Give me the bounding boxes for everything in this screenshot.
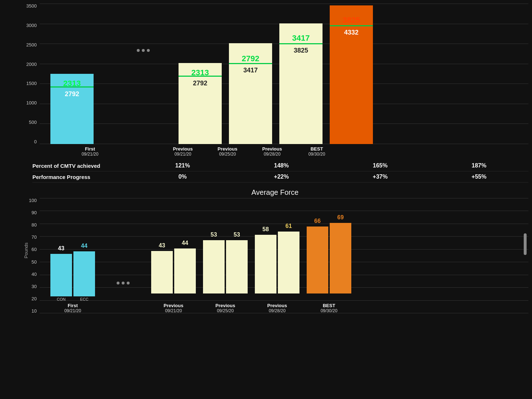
bar-value-white-prev3: 3825: [294, 47, 308, 54]
bottom-sub-labels-first: CON ECC: [50, 297, 95, 301]
y-label-100: 100: [29, 198, 37, 203]
green-line-best: [330, 25, 373, 26]
bottom-col-label-prev2: Previous 09/25/20: [216, 303, 235, 313]
y-label-1500: 1500: [26, 81, 37, 86]
bar-value-white-best: 4332: [344, 29, 359, 36]
y-label-70: 70: [32, 235, 37, 239]
bar-value-white-prev2: 3417: [243, 67, 258, 74]
bar-first: 2313 2792: [50, 74, 94, 144]
bar-value-orange-best: 3825: [343, 15, 360, 25]
col-label-first: First 09/21/20: [68, 146, 112, 157]
bottom-col-sub-prev3: 09/28/20: [267, 308, 287, 313]
sub-label-con: CON: [50, 297, 72, 301]
y-label-10: 10: [32, 309, 37, 313]
bottom-col-main-prev2: Previous: [216, 303, 235, 308]
scrollbar-indicator[interactable]: [524, 233, 527, 255]
bottom-bars-container: 43 44 CON ECC First 09/21/20: [40, 198, 528, 313]
bar-val-con-prev3: 58: [262, 226, 269, 233]
stats-val-prog-3: +55%: [430, 174, 529, 180]
dot: [137, 49, 140, 52]
y-label-0: 0: [34, 139, 37, 144]
bar-val-con-best: 66: [314, 218, 321, 224]
bottom-col-sub-prev1: 09/21/20: [164, 308, 184, 313]
col-label-prev1-main: Previous: [173, 146, 193, 152]
bottom-chart-title: Average Force: [22, 188, 528, 197]
bottom-col-label-first: First 09/21/20: [64, 303, 81, 313]
bottom-bar-con-first: 43: [50, 254, 72, 296]
col-label-first-sub: 09/21/20: [82, 152, 99, 157]
y-label-40: 40: [32, 272, 37, 277]
bottom-bar-con-prev2: 53: [203, 240, 225, 293]
bar-value-green-prev3: 3417: [292, 33, 310, 43]
col-label-prev2-sub: 09/25/20: [219, 152, 236, 157]
bar-value-green-first: 2313: [63, 79, 81, 88]
bottom-col-sub-first: 09/21/20: [64, 308, 81, 313]
top-section: 3500 3000 2500 2000 1500 1000 500 0: [22, 4, 528, 157]
stats-row-cmtv: Percent of CMTV achieved 121% 148% 165% …: [32, 160, 528, 171]
bar-val-ecc-best: 69: [337, 214, 344, 221]
col-label-prev1-sub: 09/21/20: [175, 152, 191, 157]
stats-values-cmtv: 121% 148% 165% 187%: [133, 162, 528, 169]
bottom-bar-con-prev1: 43: [151, 251, 173, 293]
bar-val-ecc-prev2: 53: [234, 232, 240, 238]
stats-val-prog-0: 0%: [133, 174, 232, 180]
bar-value-white-first: 2792: [65, 90, 79, 98]
y-label-50: 50: [32, 260, 37, 264]
y-label-3500: 3500: [26, 4, 37, 8]
stats-values-progress: 0% +22% +37% +55%: [133, 174, 528, 180]
stats-val-prog-1: +22%: [232, 174, 331, 180]
dot: [117, 282, 120, 284]
dots-group-top: [122, 49, 150, 99]
col-label-prev3: Previous 09/28/20: [251, 146, 294, 157]
bottom-col-label-prev1: Previous 09/21/20: [164, 303, 184, 313]
col-label-best-sub: 09/30/20: [308, 152, 325, 157]
top-col-labels: First 09/21/20 Previous 09/21/20 Previou…: [22, 146, 528, 157]
bottom-col-main-prev3: Previous: [267, 303, 287, 308]
y-label-2000: 2000: [26, 62, 37, 67]
bar-value-white-prev1: 2792: [193, 80, 207, 87]
bottom-y-axis: 100 90 80 70 60 50 40 30 20 10: [22, 198, 40, 313]
bottom-bars-first: 43 44: [50, 251, 95, 296]
stats-label-progress: Performance Progress: [32, 174, 133, 180]
y-label-500: 500: [29, 120, 37, 125]
bottom-col-main-prev1: Previous: [164, 303, 184, 308]
bottom-col-main-first: First: [64, 303, 81, 308]
bottom-col-sub-prev2: 09/25/20: [216, 308, 235, 313]
col-label-first-main: First: [85, 146, 95, 152]
bar-prev3: 3417 3825: [279, 23, 323, 144]
bar-val-con-first: 43: [58, 245, 64, 252]
col-label-best-main: BEST: [311, 146, 323, 152]
sub-label-ecc: ECC: [73, 297, 95, 301]
bar-group-best: 3825 4332: [330, 5, 373, 144]
top-y-axis: 3500 3000 2500 2000 1500 1000 500 0: [22, 4, 40, 144]
bar-val-ecc-prev3: 61: [285, 223, 292, 229]
bottom-bar-group-best: 66 69 BEST 09/30/20: [307, 223, 351, 313]
col-label-prev2: Previous 09/25/20: [206, 146, 249, 157]
bottom-bar-ecc-prev3: 61: [278, 232, 299, 293]
bar-group-prev1: 2313 2792: [179, 63, 222, 144]
green-line-prev3: [279, 43, 323, 44]
y-label-80: 80: [32, 223, 37, 227]
bar-value-green-prev1: 2313: [191, 68, 209, 77]
bottom-bars-prev3: 58 61: [255, 232, 299, 293]
bar-best: 3825 4332: [330, 5, 373, 144]
bar-val-ecc-prev1: 44: [182, 240, 188, 246]
bottom-bars-best: 66 69: [307, 223, 351, 293]
bar-prev2: 2792 3417: [229, 43, 272, 144]
col-label-prev1: Previous 09/21/20: [161, 146, 204, 157]
bottom-chart-area: Pounds 100 90 80 70 60 50 40 30 20 10: [22, 198, 528, 313]
bar-group-prev2: 2792 3417: [229, 43, 272, 144]
stats-row-progress: Performance Progress 0% +22% +37% +55%: [32, 171, 528, 183]
bar-value-green-prev2: 2792: [242, 54, 260, 63]
y-label-1000: 1000: [26, 100, 37, 105]
y-label-20: 20: [32, 296, 37, 301]
main-container: 3500 3000 2500 2000 1500 1000 500 0: [0, 0, 532, 399]
bottom-bar-ecc-prev2: 53: [226, 240, 248, 293]
bar-val-ecc-first: 44: [81, 243, 87, 249]
dot: [127, 282, 130, 284]
col-label-best: BEST 09/30/20: [295, 146, 338, 157]
y-label-60: 60: [32, 247, 37, 252]
dot: [122, 282, 125, 284]
stats-label-cmtv: Percent of CMTV achieved: [32, 163, 133, 169]
dot: [147, 49, 150, 52]
